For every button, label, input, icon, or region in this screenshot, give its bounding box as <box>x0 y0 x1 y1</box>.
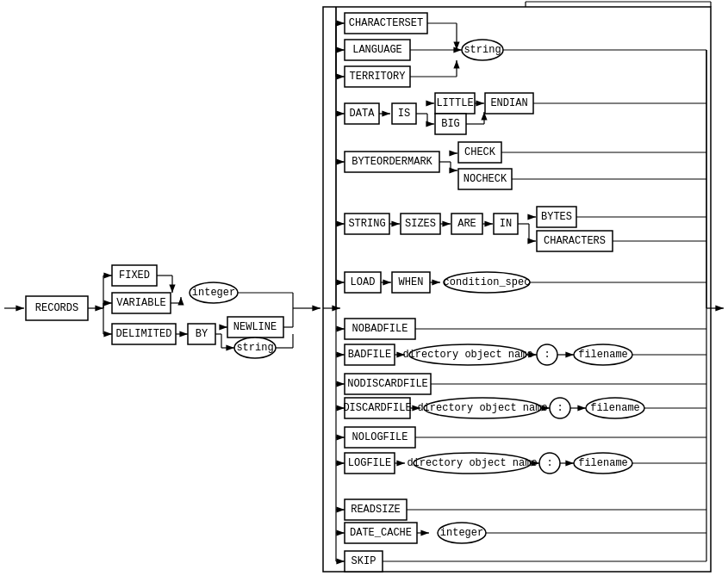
territory-label: TERRITORY <box>350 71 406 83</box>
variable-label: VARIABLE <box>116 297 166 309</box>
nobadfile-label: NOBADFILE <box>352 323 408 335</box>
dir-obj-name-3: directory object name <box>407 457 537 469</box>
are-label: ARE <box>457 218 476 230</box>
colon-1: : <box>544 349 550 361</box>
filename-2: filename <box>590 402 640 414</box>
fixed-label: FIXED <box>119 269 150 282</box>
date-cache-label: DATE_CACHE <box>350 527 412 539</box>
string-kw-label: STRING <box>348 218 385 230</box>
check-label: CHECK <box>464 146 496 158</box>
logfile-label: LOGFILE <box>348 457 391 469</box>
condition-spec-oval: condition_spec <box>444 276 531 288</box>
characters-label: CHARACTERS <box>544 235 606 247</box>
badfile-label: BADFILE <box>348 349 391 361</box>
byteordermark-label: BYTEORDERMARK <box>352 156 432 168</box>
language-label: LANGUAGE <box>352 44 402 56</box>
bytes-label: BYTES <box>541 211 572 223</box>
dir-obj-name-2: directory object name <box>417 402 547 414</box>
delimited-label: DELIMITED <box>116 328 172 340</box>
big-label: BIG <box>441 118 460 130</box>
discardfile-label: DISCARDFILE <box>343 402 411 414</box>
endian-label: ENDIAN <box>490 97 527 109</box>
string-oval: string <box>236 342 273 354</box>
readsize-label: READSIZE <box>351 504 401 516</box>
characterset-label: CHARACTERSET <box>349 17 423 29</box>
integer-oval: integer <box>192 287 235 299</box>
string-clt-oval: string <box>464 44 501 56</box>
little-label: LITTLE <box>436 97 473 109</box>
nocheck-label: NOCHECK <box>464 173 507 185</box>
data-label: DATA <box>350 108 376 120</box>
nodiscardfile-label: NODISCARDFILE <box>347 378 428 390</box>
records-label: RECORDS <box>35 302 78 314</box>
sizes-label: SIZES <box>405 218 436 230</box>
colon-2: : <box>557 402 563 414</box>
nologfile-label: NOLOGFILE <box>352 431 408 443</box>
by-label: BY <box>196 328 208 340</box>
skip-label: SKIP <box>352 555 376 567</box>
integer-2-oval: integer <box>440 527 483 539</box>
filename-1: filename <box>578 349 628 361</box>
colon-3: : <box>546 457 552 469</box>
dir-obj-name-1: directory object name <box>402 349 532 361</box>
is-label: IS <box>398 108 410 120</box>
newline-label: NEWLINE <box>233 321 277 333</box>
load-label: LOAD <box>351 276 376 288</box>
filename-3: filename <box>578 457 628 469</box>
in-label: IN <box>500 218 512 230</box>
when-label: WHEN <box>399 276 424 288</box>
